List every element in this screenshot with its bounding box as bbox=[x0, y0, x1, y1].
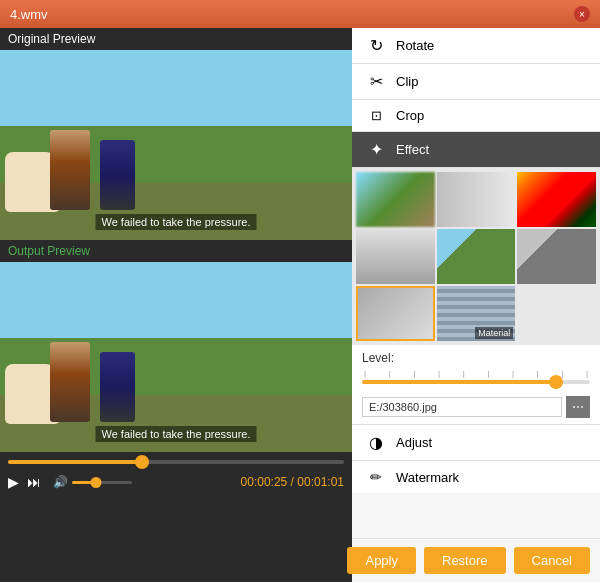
video-scene-original bbox=[0, 50, 352, 240]
cancel-button[interactable]: Cancel bbox=[514, 547, 590, 574]
effect-grid: Material bbox=[352, 168, 600, 345]
current-time: 00:00:25 bbox=[241, 475, 288, 489]
tool-watermark[interactable]: ✏ Watermark bbox=[352, 460, 600, 493]
volume-bar[interactable] bbox=[72, 481, 132, 484]
play-button[interactable]: ▶ bbox=[8, 474, 19, 490]
clip-icon: ✂ bbox=[366, 72, 386, 91]
level-slider[interactable] bbox=[362, 380, 590, 384]
volume-thumb[interactable] bbox=[91, 477, 102, 488]
close-button[interactable]: × bbox=[574, 6, 590, 22]
subtitle-original: We failed to take the pressure. bbox=[96, 214, 257, 230]
time-display: 00:00:25 / 00:01:01 bbox=[241, 475, 344, 489]
rotate-icon: ↻ bbox=[366, 36, 386, 55]
tool-effect[interactable]: ✦ Effect bbox=[352, 132, 600, 168]
effect-icon: ✦ bbox=[366, 140, 386, 159]
effect-thumb-3[interactable] bbox=[517, 172, 596, 227]
effect-thumb-8[interactable]: Material bbox=[437, 286, 516, 341]
filepath-row: ⋯ bbox=[352, 396, 600, 424]
next-frame-button[interactable]: ⏭ bbox=[27, 474, 41, 490]
crop-label: Crop bbox=[396, 108, 424, 123]
figure-2-output bbox=[100, 352, 135, 422]
watermark-icon: ✏ bbox=[366, 469, 386, 485]
window-title: 4.wmv bbox=[10, 7, 48, 22]
figure-2 bbox=[100, 140, 135, 210]
filepath-input[interactable] bbox=[362, 397, 562, 417]
total-time: 00:01:01 bbox=[297, 475, 344, 489]
tool-rotate[interactable]: ↻ Rotate bbox=[352, 28, 600, 64]
effect-thumb-6[interactable] bbox=[517, 229, 596, 284]
restore-button[interactable]: Restore bbox=[424, 547, 506, 574]
tool-clip[interactable]: ✂ Clip bbox=[352, 64, 600, 100]
crop-icon: ⊡ bbox=[366, 108, 386, 123]
adjust-icon: ◑ bbox=[366, 433, 386, 452]
volume-icon: 🔊 bbox=[53, 475, 68, 489]
original-preview-label: Original Preview bbox=[0, 28, 352, 50]
timeline-progress bbox=[8, 460, 142, 464]
controls-area: ▶ ⏭ 🔊 00:00:25 / 00:01:01 bbox=[0, 452, 352, 498]
browse-button[interactable]: ⋯ bbox=[566, 396, 590, 418]
level-slider-fill bbox=[362, 380, 556, 384]
figure-1-output bbox=[50, 342, 90, 422]
tool-crop[interactable]: ⊡ Crop bbox=[352, 100, 600, 132]
volume-area: 🔊 bbox=[53, 475, 132, 489]
subtitle-output: We failed to take the pressure. bbox=[96, 426, 257, 442]
timeline-thumb[interactable] bbox=[135, 455, 149, 469]
tool-adjust[interactable]: ◑ Adjust bbox=[352, 424, 600, 460]
clip-label: Clip bbox=[396, 74, 418, 89]
effect-label: Effect bbox=[396, 142, 429, 157]
watermark-label: Watermark bbox=[396, 470, 459, 485]
output-preview-label: Output Preview bbox=[0, 240, 352, 262]
output-preview: We failed to take the pressure. bbox=[0, 262, 352, 452]
action-buttons: Apply Restore Cancel bbox=[352, 538, 600, 582]
playback-controls: ▶ ⏭ 🔊 00:00:25 / 00:01:01 bbox=[8, 474, 344, 490]
video-scene-output bbox=[0, 262, 352, 452]
effect-material-label: Material bbox=[475, 327, 513, 339]
main-container: Original Preview We failed to take the p… bbox=[0, 28, 600, 582]
level-section: Level: | | | | | | | | | | bbox=[352, 345, 600, 396]
level-label: Level: bbox=[362, 351, 590, 365]
level-slider-thumb[interactable] bbox=[549, 375, 563, 389]
original-preview: We failed to take the pressure. bbox=[0, 50, 352, 240]
effect-thumb-2[interactable] bbox=[437, 172, 516, 227]
apply-button[interactable]: Apply bbox=[347, 547, 416, 574]
title-bar: 4.wmv × bbox=[0, 0, 600, 28]
figure-1 bbox=[50, 130, 90, 210]
right-panel: ↻ Rotate ✂ Clip ⊡ Crop ✦ Effect bbox=[352, 28, 600, 582]
adjust-label: Adjust bbox=[396, 435, 432, 450]
left-panel: Original Preview We failed to take the p… bbox=[0, 28, 352, 582]
rotate-label: Rotate bbox=[396, 38, 434, 53]
effect-thumb-7[interactable] bbox=[356, 286, 435, 341]
effect-thumb-5[interactable] bbox=[437, 229, 516, 284]
timeline-bar[interactable] bbox=[8, 460, 344, 464]
effect-thumb-1[interactable] bbox=[356, 172, 435, 227]
effect-thumb-4[interactable] bbox=[356, 229, 435, 284]
